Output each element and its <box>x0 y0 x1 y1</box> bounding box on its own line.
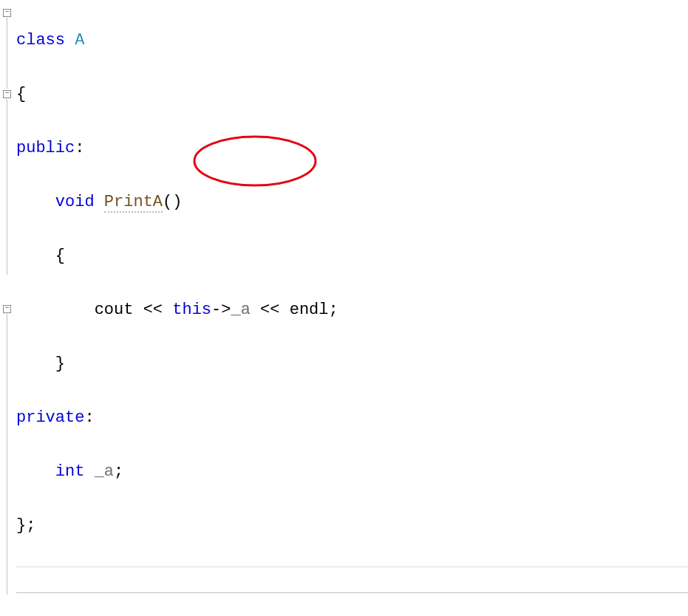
type-name: A <box>75 31 84 49</box>
function-name: PrintA <box>104 193 163 213</box>
code-line[interactable]: class A <box>16 27 688 55</box>
fold-gutter <box>0 0 16 616</box>
fold-toggle-main[interactable] <box>3 305 11 313</box>
identifier-cout: cout <box>95 301 134 319</box>
fold-toggle-method[interactable] <box>3 90 11 98</box>
keyword-class: class <box>16 31 65 49</box>
keyword-public: public <box>16 139 75 157</box>
code-line[interactable]: int _a; <box>16 459 688 486</box>
code-line[interactable]: { <box>16 81 688 109</box>
code-line[interactable]: void PrintA() <box>16 189 688 216</box>
code-line[interactable]: }; <box>16 513 688 540</box>
code-content[interactable]: class A { public: void PrintA() { cout <… <box>16 0 688 616</box>
identifier-endl: endl <box>290 301 329 319</box>
code-line[interactable]: } <box>16 351 688 378</box>
code-line[interactable]: cout << this->_a << endl; <box>16 297 688 324</box>
keyword-private: private <box>16 408 84 427</box>
code-line[interactable]: private: <box>16 405 688 432</box>
keyword-int: int <box>55 462 85 481</box>
code-line[interactable]: public: <box>16 135 688 162</box>
fold-toggle-class[interactable] <box>3 9 11 17</box>
member-var: _a <box>231 301 250 319</box>
code-editor[interactable]: class A { public: void PrintA() { cout <… <box>0 0 688 616</box>
code-line-blank[interactable] <box>16 567 688 594</box>
keyword-this: this <box>172 301 211 319</box>
code-line[interactable]: { <box>16 243 688 270</box>
member-var: _a <box>95 462 114 481</box>
keyword-void: void <box>55 193 95 211</box>
